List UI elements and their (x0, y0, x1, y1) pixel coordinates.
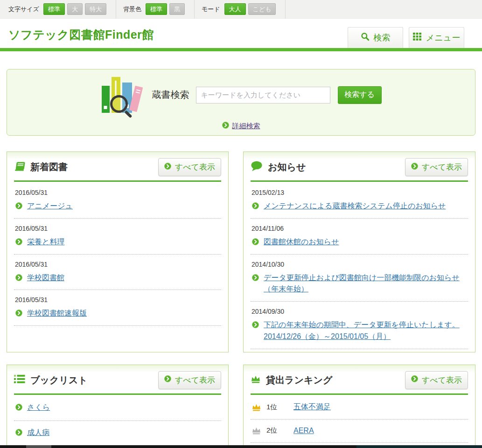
item-date: 2016/05/31 (15, 296, 221, 303)
book-icon (14, 161, 25, 173)
mode-label: モード (202, 5, 220, 14)
catalog-search-label: 蔵書検索 (152, 89, 189, 101)
font-size-xlarge-button[interactable]: 特大 (85, 3, 106, 15)
news-link[interactable]: メンテナンスによる蔵書検索システム停止のお知らせ (264, 200, 446, 212)
new-book-link[interactable]: 栄養と料理 (27, 236, 64, 248)
bottom-edge-bar (0, 445, 482, 448)
news-link[interactable]: データ更新停止および図書館向け一部機能制限のお知らせ（年末年始） (264, 272, 468, 296)
font-size-label: 文字サイズ (8, 5, 39, 14)
site-header: ソフテック図書館Finder館 検索 メニュー (0, 19, 482, 48)
ranking-link[interactable]: AERA (293, 425, 314, 437)
booklist-view-all-button[interactable]: すべて表示 (158, 371, 221, 389)
circle-arrow-icon (252, 238, 259, 247)
new-book-item: 2016/05/31 学校図書館速報版 (14, 290, 221, 326)
circle-arrow-icon (411, 163, 418, 172)
header-accent-bar (0, 48, 482, 51)
new-book-link[interactable]: 学校図書館 (27, 272, 64, 284)
font-size-normal-button[interactable]: 標準 (43, 3, 65, 15)
catalog-search-section: 蔵書検索 検索する 詳細検索 (7, 69, 475, 136)
bg-black-button[interactable]: 黒 (169, 3, 185, 15)
site-title: ソフテック図書館Finder館 (8, 27, 154, 42)
background-color-label: 背景色 (123, 5, 141, 14)
crown-icon (251, 375, 261, 385)
item-date: 2016/05/31 (15, 225, 221, 232)
font-size-large-button[interactable]: 大 (67, 3, 83, 15)
list-icon (14, 374, 25, 386)
header-buttons: 検索 メニュー (348, 27, 464, 48)
circle-arrow-icon (15, 404, 22, 413)
circle-arrow-icon (252, 202, 259, 211)
menu-grid-icon (413, 33, 422, 43)
rank-label: 2位 (266, 426, 283, 435)
circle-arrow-icon (15, 202, 22, 211)
ranking-panel: 貸出ランキング すべて表示 1位 五体不満足 2位 AERA (243, 365, 475, 448)
header-menu-label: メニュー (426, 32, 460, 43)
item-date: 2014/10/30 (251, 261, 468, 268)
advanced-search-row: 詳細検索 (222, 122, 260, 131)
new-book-item: 2016/05/31 アニメージュ (14, 183, 221, 219)
header-search-label: 検索 (374, 32, 391, 43)
catalog-search-input[interactable] (196, 87, 330, 103)
new-book-item: 2016/05/31 学校図書館 (14, 255, 221, 290)
new-book-item: 2016/05/31 栄養と料理 (14, 219, 221, 255)
ranking-title: 貸出ランキング (266, 374, 332, 386)
circle-arrow-icon (164, 375, 171, 385)
circle-arrow-icon (15, 274, 22, 283)
rank-label: 1位 (266, 403, 283, 412)
header-search-button[interactable]: 検索 (348, 27, 403, 48)
ranking-item: 1位 五体不満足 (251, 396, 468, 420)
new-books-view-all-button[interactable]: すべて表示 (158, 158, 221, 176)
books-magnifier-icon (101, 75, 143, 116)
font-size-group: 文字サイズ 標準 大 特大 (8, 0, 116, 19)
news-link[interactable]: 下記の年末年始の期間中、データ更新を停止いたします。2014/12/26（金）～… (264, 319, 468, 343)
news-title: お知らせ (268, 161, 306, 173)
mode-group: モード 大人 こども (202, 0, 286, 19)
circle-arrow-icon (164, 163, 171, 172)
booklist-panel: ブックリスト すべて表示 さくら 成人病 お手軽レシピ (7, 365, 229, 448)
advanced-search-link[interactable]: 詳細検索 (232, 122, 260, 131)
news-link[interactable]: 図書館休館のお知らせ (264, 236, 339, 248)
new-book-link[interactable]: 学校図書館速報版 (27, 308, 87, 319)
news-panel: お知らせ すべて表示 2015/02/13 メンテナンスによる蔵書検索システム停… (243, 152, 475, 352)
news-item: 2014/11/06 図書館休館のお知らせ (251, 219, 468, 255)
circle-arrow-icon (15, 238, 22, 247)
item-date: 2015/02/13 (251, 189, 468, 196)
catalog-search-row: 蔵書検索 検索する (101, 75, 382, 116)
booklist-link[interactable]: 成人病 (27, 427, 49, 439)
search-icon (361, 32, 370, 43)
news-item: 2014/10/30 データ更新停止および図書館向け一部機能制限のお知らせ（年末… (251, 255, 468, 302)
booklist-item: 成人病 (14, 421, 221, 446)
ranking-view-all-button[interactable]: すべて表示 (405, 371, 468, 389)
booklist-item: さくら (14, 396, 221, 421)
bg-normal-button[interactable]: 標準 (146, 3, 167, 15)
item-date: 2016/05/31 (15, 261, 221, 268)
mode-kids-button[interactable]: こども (248, 3, 276, 15)
circle-arrow-icon (411, 375, 418, 385)
item-date: 2014/09/30 (251, 308, 468, 315)
news-view-all-button[interactable]: すべて表示 (405, 158, 468, 176)
item-date: 2016/05/31 (15, 189, 221, 196)
ranking-item: 2位 AERA (251, 420, 468, 443)
circle-arrow-icon (252, 321, 259, 330)
booklist-link[interactable]: さくら (27, 402, 50, 414)
speech-bubble-icon (251, 161, 263, 173)
new-books-panel: 新着図書 すべて表示 2016/05/31 アニメージュ 2016/05/31 … (7, 152, 229, 352)
new-book-link[interactable]: アニメージュ (27, 200, 73, 212)
circle-arrow-icon (15, 310, 22, 318)
circle-arrow-icon (222, 122, 229, 131)
header-menu-button[interactable]: メニュー (409, 27, 464, 48)
panel-grid: 新着図書 すべて表示 2016/05/31 アニメージュ 2016/05/31 … (7, 152, 475, 448)
item-date: 2014/11/06 (251, 225, 468, 232)
accessibility-toolbar: 文字サイズ 標準 大 特大 背景色 標準 黒 モード 大人 こども (0, 0, 482, 19)
catalog-search-submit-button[interactable]: 検索する (338, 86, 382, 104)
circle-arrow-icon (252, 274, 259, 283)
news-item: 2014/09/30 下記の年末年始の期間中、データ更新を停止いたします。201… (251, 302, 468, 349)
silver-crown-icon (251, 427, 262, 434)
ranking-link[interactable]: 五体不満足 (293, 401, 331, 413)
gold-crown-icon (251, 403, 262, 411)
background-color-group: 背景色 標準 黒 (123, 0, 195, 19)
news-item: 2015/02/13 メンテナンスによる蔵書検索システム停止のお知らせ (251, 183, 468, 219)
main-content: 蔵書検索 検索する 詳細検索 新着図書 すべて表示 (0, 69, 482, 448)
mode-adult-button[interactable]: 大人 (224, 3, 246, 15)
new-books-title: 新着図書 (30, 161, 68, 173)
